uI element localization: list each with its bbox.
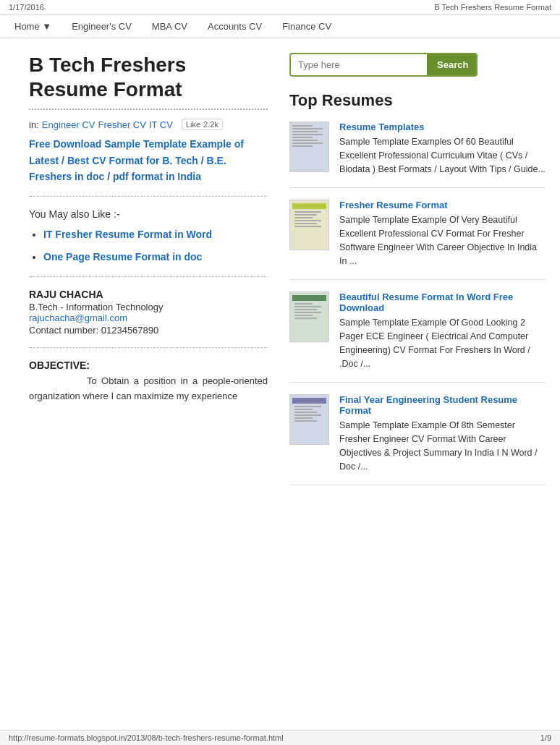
bottom-page: 1/9: [540, 733, 551, 742]
list-item-2: One Page Resume Format in doc: [43, 250, 268, 265]
categories-row: in: Engineer CV Fresher CV IT CV Like 2.…: [29, 119, 268, 130]
card-content-4: Final Year Engineering Student Resume Fo…: [339, 394, 546, 473]
card-desc-4: Sample Template Example Of 8th Semester …: [339, 419, 546, 473]
card-content-1: Resume Templates Sample Template Example…: [339, 122, 546, 176]
you-may-like-heading: You May also Like :-: [29, 208, 268, 220]
search-box: Search: [289, 53, 478, 77]
card-title-2[interactable]: Fresher Resume Format: [339, 200, 546, 210]
card-title-4[interactable]: Final Year Engineering Student Resume Fo…: [339, 394, 546, 416]
divider-2: [29, 276, 268, 277]
divider-3: [29, 347, 268, 348]
card-desc-2: Sample Template Example Of Very Beautifu…: [339, 213, 546, 268]
objective-title: OBJECTIVE:: [29, 359, 268, 371]
category-it-cv[interactable]: IT CV: [149, 119, 173, 130]
resume-card-4: Final Year Engineering Student Resume Fo…: [289, 394, 546, 485]
thumb-4: [289, 394, 329, 445]
card-desc-3: Sample Template Example Of Good Looking …: [339, 316, 546, 370]
search-button[interactable]: Search: [427, 54, 478, 75]
right-column: Search Top Resumes Resume Templates: [289, 53, 546, 497]
nav-mba-cv[interactable]: MBA CV: [152, 21, 187, 32]
person-email[interactable]: rajuchacha@gmail.com: [29, 312, 127, 323]
like-count: 2.2k: [203, 120, 219, 129]
nav-engineers-cv[interactable]: Engineer's CV: [72, 21, 132, 32]
contact-number: 01234567890: [101, 325, 159, 336]
objective-section: OBJECTIVE: To Obtain a position in a peo…: [29, 359, 268, 404]
top-bar-title: B Tech Freshers Resume Format: [434, 3, 551, 12]
resume-card-1: Resume Templates Sample Template Example…: [289, 122, 546, 188]
thumb-3: [289, 291, 329, 342]
link-it-fresher-resume[interactable]: IT Fresher Resume Format in Word: [43, 229, 212, 240]
page-title: B Tech Freshers Resume Format: [29, 53, 268, 110]
divider-1: [29, 196, 268, 197]
category-fresher-cv[interactable]: Fresher CV: [98, 119, 145, 130]
top-bar: 1/17/2016 B Tech Freshers Resume Format: [0, 0, 560, 15]
bottom-url: http://resume-formats.blogspot.in/2013/0…: [9, 733, 284, 742]
resume-card-2: Fresher Resume Format Sample Template Ex…: [289, 200, 546, 280]
objective-text: To Obtain a position in a people-oriente…: [29, 374, 268, 404]
like-box[interactable]: Like 2.2k: [182, 119, 223, 130]
left-column: B Tech Freshers Resume Format in: Engine…: [29, 53, 268, 497]
thumb-2: [289, 200, 329, 250]
bottom-bar: http://resume-formats.blogspot.in/2013/0…: [0, 730, 560, 745]
top-bar-date: 1/17/2016: [9, 3, 44, 12]
card-desc-1: Sample Template Examples Of 60 Beautiful…: [339, 135, 546, 176]
list-item-1: IT Fresher Resume Format in Word: [43, 227, 268, 242]
main-download-link[interactable]: Free Download Sample Template Example of…: [29, 138, 244, 182]
top-resumes-title: Top Resumes: [289, 91, 546, 110]
category-engineer-cv[interactable]: Engineer CV: [42, 119, 96, 130]
person-contact: Contact number: 01234567890: [29, 325, 268, 336]
search-input[interactable]: [291, 55, 427, 74]
link-one-page-resume[interactable]: One Page Resume Format in doc: [43, 251, 202, 263]
nav-finance-cv[interactable]: Finance CV: [282, 21, 331, 32]
resume-card-3: Beautiful Resume Format In Word Free Dow…: [289, 291, 546, 383]
main-content: B Tech Freshers Resume Format in: Engine…: [0, 38, 560, 511]
navigation: Home ▼ Engineer's CV MBA CV Accounts CV …: [0, 15, 560, 38]
nav-accounts-cv[interactable]: Accounts CV: [208, 21, 262, 32]
card-title-1[interactable]: Resume Templates: [339, 122, 546, 132]
nav-home[interactable]: Home ▼: [14, 21, 51, 32]
card-title-3[interactable]: Beautiful Resume Format In Word Free Dow…: [339, 291, 546, 313]
thumb-1: [289, 122, 329, 172]
person-name: RAJU CHACHA: [29, 289, 268, 300]
card-content-3: Beautiful Resume Format In Word Free Dow…: [339, 291, 546, 370]
contact-label: Contact number:: [29, 325, 98, 336]
person-info: RAJU CHACHA B.Tech - Information Technol…: [29, 289, 268, 336]
in-label: in:: [29, 119, 39, 130]
related-links-list: IT Fresher Resume Format in Word One Pag…: [29, 227, 268, 265]
card-content-2: Fresher Resume Format Sample Template Ex…: [339, 200, 546, 268]
person-degree: B.Tech - Information Technology: [29, 302, 268, 312]
like-label: Like: [186, 120, 200, 129]
